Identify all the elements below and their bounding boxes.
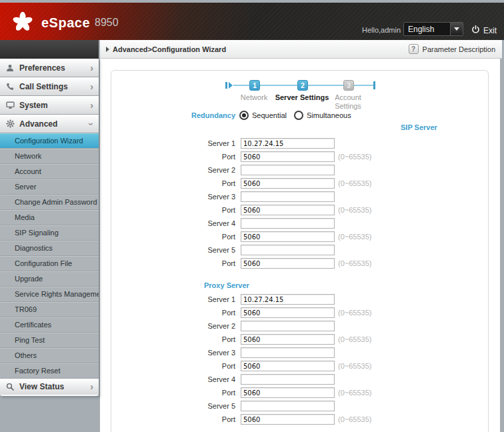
- sidebar-item-network[interactable]: Network: [0, 149, 99, 164]
- sidebar-top-cap: [0, 40, 99, 59]
- wizard-step-3[interactable]: 3: [343, 80, 354, 91]
- parameter-description-button[interactable]: ? Parameter Description: [409, 44, 502, 54]
- person-icon: [5, 64, 15, 72]
- proxy-server2-input[interactable]: [241, 321, 335, 331]
- chevron-right-icon: [90, 102, 93, 109]
- proxy-port5-input[interactable]: [241, 414, 335, 425]
- radio-sequential[interactable]: Sequential: [239, 111, 287, 120]
- form-row: Port (0~65535): [111, 231, 488, 242]
- header: eSpace 8950 Hello,admin English Exit: [0, 3, 504, 40]
- chevron-right-icon: [90, 65, 93, 71]
- sidebar-item-service-rights-management[interactable]: Service Rights Management: [0, 287, 99, 302]
- main-panel: 1 2 3 Network Server Settings Account Se…: [111, 70, 489, 432]
- sip-server2-input[interactable]: [241, 165, 335, 175]
- logo: eSpace 8950: [11, 9, 119, 36]
- language-select[interactable]: English: [403, 22, 463, 36]
- sidebar-item-sip-signaling[interactable]: SIP Signaling: [0, 225, 99, 241]
- proxy-server1-input[interactable]: [241, 294, 335, 305]
- port-range-hint: (0~65535): [338, 259, 371, 267]
- sip-port1-input[interactable]: [241, 151, 335, 162]
- proxy-port3-input[interactable]: [241, 361, 335, 371]
- sidebar-item-label: View Status: [19, 382, 64, 391]
- sidebar-item-media[interactable]: Media: [0, 210, 99, 225]
- sidebar-item-label: System: [19, 101, 48, 110]
- sidebar-item-others[interactable]: Others: [0, 348, 99, 363]
- sidebar-item-label: Call Settings: [19, 82, 68, 91]
- sidebar-item-change-admin-password[interactable]: Change Admin Password: [0, 195, 99, 210]
- step-label-network: Network: [241, 93, 267, 101]
- sip-server3-input[interactable]: [241, 191, 335, 202]
- wizard-step-1[interactable]: 1: [249, 80, 260, 91]
- step-label-account-settings: Account Settings: [329, 93, 367, 111]
- sip-port5-input[interactable]: [241, 258, 335, 269]
- sidebar-item-account[interactable]: Account: [0, 164, 99, 179]
- proxy-port4-input[interactable]: [241, 387, 335, 398]
- exit-label: Exit: [483, 26, 497, 35]
- sidebar-item-label: Advanced: [19, 119, 57, 129]
- sidebar: Preferences Call Settings System: [0, 59, 99, 396]
- sip-server5-input[interactable]: [241, 245, 335, 255]
- sidebar-item-advanced[interactable]: Advanced: [0, 115, 99, 133]
- sip-port2-input[interactable]: [241, 178, 335, 189]
- sidebar-item-certificates[interactable]: Certificates: [0, 317, 99, 333]
- phone-icon: [5, 83, 15, 91]
- sidebar-item-diagnostics[interactable]: Diagnostics: [0, 241, 99, 256]
- port-range-hint: (0~65535): [338, 153, 371, 161]
- proxy-server5-input[interactable]: [241, 401, 335, 411]
- form-row: Port (0~65535): [111, 258, 488, 269]
- form-row: Port (0~65535): [111, 205, 488, 215]
- form-row: Port (0~65535): [111, 361, 488, 371]
- form-row: Server 3: [111, 347, 488, 358]
- sip-server1-input[interactable]: [241, 138, 335, 149]
- redundancy-row: Redundancy Sequential Simultaneous: [111, 111, 488, 121]
- form-row: Server 4: [111, 218, 488, 229]
- content-area: 1 2 3 Network Server Settings Account Se…: [100, 59, 500, 432]
- help-icon[interactable]: ?: [409, 44, 419, 54]
- proxy-server4-input[interactable]: [241, 374, 335, 385]
- proxy-port2-input[interactable]: [241, 334, 335, 345]
- radio-simultaneous[interactable]: Simultaneous: [294, 111, 351, 120]
- product-name: eSpace: [41, 15, 90, 31]
- exit-button[interactable]: Exit: [471, 25, 497, 37]
- sidebar-item-ping-test[interactable]: Ping Test: [0, 333, 99, 348]
- breadcrumb-arrow-icon: [106, 47, 109, 52]
- proxy-port1-input[interactable]: [241, 307, 335, 318]
- sip-server-title: SIP Server: [401, 123, 437, 131]
- greeting-text: Hello,admin: [362, 26, 401, 34]
- sidebar-item-view-status[interactable]: View Status: [0, 379, 99, 396]
- stepper-end-bar-icon: [373, 81, 375, 89]
- proxy-server-title: Proxy Server: [204, 281, 249, 289]
- form-row: Port (0~65535): [111, 151, 488, 162]
- form-row: Server 5: [111, 401, 488, 411]
- radio-circle-icon: [294, 111, 303, 120]
- breadcrumb-bar: Advanced>Configuration Wizard ? Paramete…: [100, 40, 502, 59]
- espace-flower-logo-icon: [11, 9, 35, 36]
- sip-server4-input[interactable]: [241, 218, 335, 229]
- form-row: Port (0~65535): [111, 387, 488, 398]
- magnifier-icon: [5, 383, 15, 391]
- redundancy-label: Redundancy: [111, 111, 235, 119]
- sidebar-item-system[interactable]: System: [0, 96, 99, 115]
- sidebar-item-upgrade[interactable]: Upgrade: [0, 271, 99, 287]
- chevron-right-icon: [90, 383, 93, 390]
- form-row: Server 1: [111, 138, 488, 149]
- wizard-step-2[interactable]: 2: [297, 80, 308, 91]
- form-row: Port (0~65535): [111, 334, 488, 345]
- sip-port3-input[interactable]: [241, 205, 335, 215]
- step-label-server-settings: Server Settings: [275, 93, 329, 101]
- sidebar-item-call-settings[interactable]: Call Settings: [0, 77, 99, 96]
- sidebar-item-configuration-wizard[interactable]: Configuration Wizard: [0, 133, 99, 149]
- sip-port4-input[interactable]: [241, 231, 335, 242]
- sidebar-item-tr069[interactable]: TR069: [0, 302, 99, 317]
- sidebar-item-factory-reset[interactable]: Factory Reset: [0, 363, 99, 379]
- sidebar-item-configuration-file[interactable]: Configuration File: [0, 256, 99, 271]
- sidebar-item-label: Preferences: [19, 63, 65, 73]
- sidebar-item-server[interactable]: Server: [0, 179, 99, 195]
- product-model: 8950: [95, 17, 119, 29]
- dropdown-arrow-icon[interactable]: [450, 23, 463, 35]
- sidebar-item-preferences[interactable]: Preferences: [0, 59, 99, 77]
- form-row: Server 2: [111, 165, 488, 175]
- port-range-hint: (0~65535): [338, 335, 371, 343]
- proxy-server3-input[interactable]: [241, 347, 335, 358]
- chevron-down-icon: [89, 122, 95, 125]
